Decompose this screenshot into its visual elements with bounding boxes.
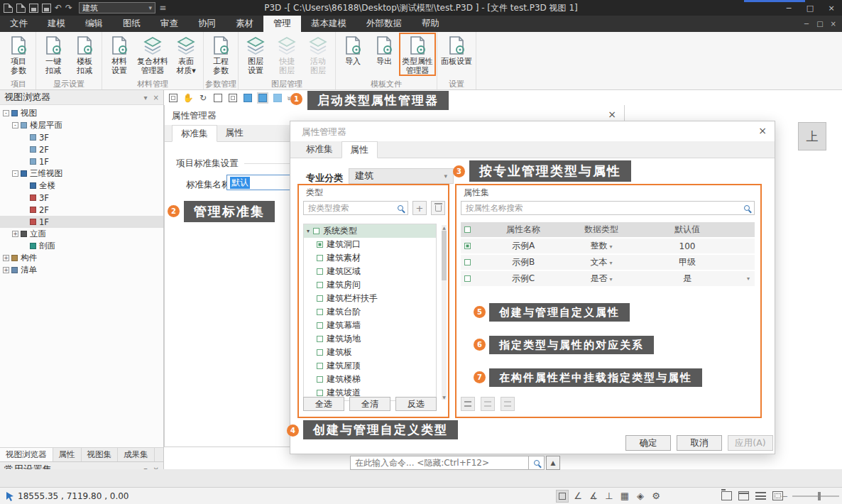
attribute-type-dropdown[interactable]: 整数▾ [573, 240, 630, 252]
type-checkbox[interactable] [317, 336, 323, 342]
ok-button[interactable]: 确定 [625, 435, 671, 451]
undo-icon[interactable]: ↶ [55, 4, 62, 13]
delete-type-button[interactable] [431, 201, 445, 215]
redo-icon[interactable]: ↷ [65, 4, 72, 13]
angle-snap-icon[interactable]: ∠ [572, 490, 584, 503]
open-file-icon[interactable] [16, 4, 26, 13]
apply-button[interactable]: 应用(A) [728, 435, 773, 451]
menu-item-图纸[interactable]: 图纸 [113, 16, 151, 32]
new-file-icon[interactable] [4, 4, 13, 13]
tab-standard-set[interactable]: 标准集 [297, 141, 341, 158]
discipline-combo[interactable]: 建筑▾ [79, 2, 155, 13]
menu-item-协同[interactable]: 协同 [188, 16, 226, 32]
settings-gear-icon[interactable]: ⚙ [650, 490, 662, 503]
add-type-button[interactable]: + [412, 201, 427, 215]
panel-close-icon[interactable]: × [153, 94, 159, 102]
orbit-icon[interactable]: ↻ [197, 92, 209, 104]
type-button-全选[interactable]: 全选 [303, 397, 344, 411]
attribute-type-dropdown[interactable]: 是否▾ [573, 273, 630, 285]
cancel-button[interactable]: 取消 [677, 435, 722, 451]
type-item-建筑板[interactable]: 建筑板 [304, 346, 436, 359]
type-item-建筑台阶[interactable]: 建筑台阶 [304, 305, 436, 319]
tile-windows-icon[interactable] [755, 492, 766, 500]
save-as-icon[interactable] [42, 4, 51, 13]
collapse-caret-icon[interactable]: ▾ [307, 228, 310, 234]
attribute-checkbox[interactable] [464, 275, 471, 282]
menu-item-素材[interactable]: 素材 [226, 16, 263, 32]
ribbon-button-composite-material-manager[interactable]: 复合材料管理器 [135, 33, 170, 75]
tree-expander-icon[interactable]: - [3, 110, 9, 116]
tree-item-1F[interactable]: 1F [0, 155, 163, 168]
tree-expander-icon[interactable]: - [12, 170, 18, 177]
ribbon-button-active-layer[interactable]: 活动图层 [302, 33, 334, 75]
sidebar-tab-成果集[interactable]: 成果集 [118, 448, 155, 461]
attribute-type-dropdown[interactable]: 文本▾ [573, 256, 630, 268]
attribute-default-dropdown[interactable]: ▾ [747, 275, 755, 282]
discipline-category-combo[interactable]: 建筑 ▾ [349, 168, 454, 184]
type-item-建筑素材[interactable]: 建筑素材 [304, 251, 436, 265]
new-window-icon[interactable] [721, 491, 732, 500]
ribbon-button-one-key-deduct[interactable]: 一键扣减 [38, 33, 69, 75]
type-item-建筑洞口[interactable]: 建筑洞口 [304, 238, 436, 251]
type-item-系统类型[interactable]: ▾系统类型 [304, 224, 436, 238]
menu-item-编辑[interactable]: 编辑 [75, 16, 113, 32]
type-checkbox[interactable] [317, 241, 323, 248]
selection-mode-icon[interactable] [556, 490, 569, 503]
menu-item-审查[interactable]: 审查 [151, 16, 188, 32]
tree-item-视图[interactable]: -视图 [0, 107, 163, 119]
tree-item-清单[interactable]: +清单 [0, 264, 163, 276]
edit-attribute-button[interactable] [481, 397, 495, 411]
type-item-建筑区域[interactable]: 建筑区域 [304, 265, 436, 278]
ribbon-button-type-property-manager[interactable]: 类型属性管理器 [400, 33, 435, 75]
sidebar-tab-视图集[interactable]: 视图集 [82, 448, 119, 461]
attribute-search-input[interactable]: 按属性名称搜索 [461, 201, 755, 215]
menu-item-管理[interactable]: 管理 [263, 16, 301, 32]
type-list-scrollbar[interactable]: ▲ ▼ [442, 225, 447, 400]
ortho-snap-icon[interactable]: ⊥ [603, 490, 616, 503]
ribbon-button-import[interactable]: 导入 [337, 33, 368, 66]
grid-icon[interactable]: ▦ [618, 490, 631, 503]
tree-item-构件[interactable]: +构件 [0, 252, 163, 264]
tab-property[interactable]: 属性 [341, 141, 378, 158]
pan-icon[interactable]: ✋ [182, 92, 194, 104]
rename-attribute-button[interactable] [501, 397, 515, 411]
tree-item-2F[interactable]: 2F [0, 204, 163, 216]
add-attribute-button[interactable] [461, 397, 475, 411]
attribute-checkbox[interactable] [464, 243, 471, 249]
tree-item-3F[interactable]: 3F [0, 192, 163, 204]
shaded-edges-view-icon[interactable] [257, 92, 268, 104]
type-checkbox[interactable] [317, 268, 323, 275]
close-icon[interactable]: × [756, 125, 769, 136]
ribbon-button-quick-layer[interactable]: 快捷图层 [271, 33, 302, 75]
type-item-建筑房间[interactable]: 建筑房间 [304, 278, 436, 292]
type-checkbox[interactable] [317, 349, 323, 356]
mdi-minimize-button[interactable]: − [804, 20, 809, 28]
restore-button[interactable]: □ [799, 0, 821, 16]
tree-expander-icon[interactable]: + [3, 255, 9, 261]
type-button-全清[interactable]: 全清 [349, 397, 390, 411]
mdi-restore-button[interactable]: □ [816, 20, 823, 28]
ribbon-button-panel-settings[interactable]: 面板设置 [439, 33, 474, 66]
type-checkbox[interactable] [317, 255, 323, 261]
ribbon-button-floor-deduct[interactable]: 楼板扣减 [69, 33, 100, 75]
command-input[interactable]: 在此输入命令... <隐藏:Ctrl+F12> [350, 456, 529, 470]
save-icon[interactable] [29, 4, 38, 13]
tree-expander-icon[interactable]: + [3, 267, 9, 273]
tree-item-全楼[interactable]: 全楼 [0, 180, 163, 192]
slope-snap-icon[interactable]: ∡ [587, 490, 600, 503]
sidebar-tab-视图浏览器[interactable]: 视图浏览器 [0, 448, 53, 461]
scroll-down-icon[interactable]: ▼ [442, 395, 447, 400]
zoom-out-icon[interactable]: − [781, 491, 788, 501]
command-search-button[interactable] [529, 456, 545, 470]
tab-standard-set[interactable]: 标准集 [172, 125, 217, 142]
customize-toolbar-icon[interactable]: ≡ [159, 4, 166, 13]
attribute-checkbox[interactable] [464, 259, 471, 265]
command-expand-button[interactable]: ▲ [546, 456, 560, 470]
menu-item-建模[interactable]: 建模 [38, 16, 75, 32]
type-checkbox[interactable] [317, 376, 323, 383]
scroll-up-icon[interactable]: ▲ [442, 225, 447, 230]
menu-item-基本建模[interactable]: 基本建模 [301, 16, 356, 32]
hidden-line-view-icon[interactable] [227, 92, 239, 104]
type-checkbox[interactable] [317, 282, 323, 288]
ribbon-button-export[interactable]: 导出 [368, 33, 400, 66]
